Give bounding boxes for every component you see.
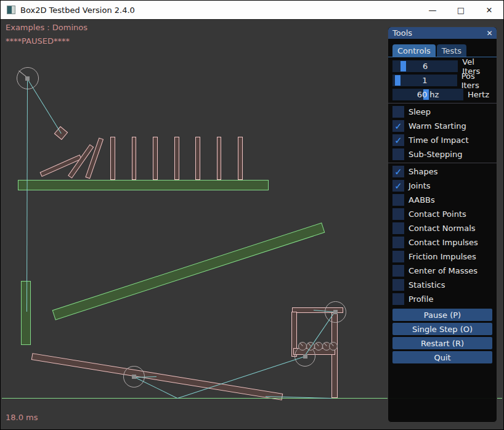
vertical-bar[interactable]	[21, 281, 31, 345]
checkbox-contact-points[interactable]: Contact Points	[392, 208, 492, 220]
checkbox-box[interactable]	[392, 208, 404, 220]
checkbox-label: Shapes	[408, 167, 437, 176]
checkbox-warm-starting[interactable]: ✓Warm Starting	[392, 120, 492, 132]
frame-right-post[interactable]	[331, 312, 338, 398]
checkbox-label: Contact Normals	[408, 224, 476, 233]
domino-standing[interactable]	[174, 137, 179, 180]
slider-label: Hertz	[468, 90, 489, 99]
frame-time-label: 18.0 ms	[6, 413, 38, 422]
slider-value: 60 hz	[392, 89, 463, 100]
domino-standing[interactable]	[238, 137, 243, 180]
checkbox-label: AABBs	[408, 195, 435, 205]
checkbox-contact-impulses[interactable]: Contact Impulses	[392, 237, 492, 248]
restart-r-button[interactable]: Restart (R)	[392, 337, 492, 349]
minimize-button[interactable]: —	[418, 1, 447, 19]
checkbox-label: Friction Impulses	[408, 252, 476, 261]
tab-tests[interactable]: Tests	[437, 44, 466, 57]
checkbox-statistics[interactable]: Statistics	[392, 279, 492, 291]
checkbox-box[interactable]: ✓	[392, 120, 404, 132]
checkbox-center-of-masses[interactable]: Center of Masses	[392, 265, 492, 277]
checkbox-profile[interactable]: Profile	[392, 293, 492, 305]
pause-p-button[interactable]: Pause (P)	[392, 309, 492, 321]
dominos-platform[interactable]	[18, 180, 269, 190]
checkbox-box[interactable]	[392, 194, 404, 206]
checkbox-box[interactable]: ✓	[392, 134, 404, 146]
slider-hertz[interactable]: 60 hzHertz	[392, 89, 492, 100]
checkbox-label: Sub-Stepping	[408, 150, 462, 159]
slider-pos-iters[interactable]: 1Pos Iters	[392, 75, 492, 86]
domino-standing[interactable]	[217, 137, 222, 180]
checkbox-box[interactable]	[392, 265, 404, 277]
checkbox-sub-stepping[interactable]: Sub-Stepping	[392, 148, 492, 160]
checkbox-sleep[interactable]: Sleep	[392, 106, 492, 118]
check-icon: ✓	[392, 134, 404, 146]
single-step-o-button[interactable]: Single Step (O)	[392, 323, 492, 335]
tools-close-icon[interactable]: ✕	[485, 28, 494, 38]
checkbox-box[interactable]	[392, 148, 404, 160]
slider-value: 6	[392, 60, 458, 72]
slider-track[interactable]: 60 hz	[392, 89, 463, 100]
checkbox-joints[interactable]: ✓Joints	[392, 180, 492, 192]
checkbox-label: Warm Starting	[408, 121, 466, 131]
checkbox-box[interactable]	[392, 279, 404, 291]
checkbox-contact-normals[interactable]: Contact Normals	[392, 222, 492, 234]
paused-label: ****PAUSED****	[6, 36, 70, 46]
checkbox-group-sim: Sleep✓Warm Starting✓Time of ImpactSub-St…	[392, 106, 492, 160]
checkbox-label: Center of Masses	[408, 266, 478, 275]
close-button[interactable]: ✕	[475, 1, 503, 19]
checkbox-box[interactable]	[392, 251, 404, 262]
checkbox-label: Profile	[408, 294, 433, 304]
tab-controls[interactable]: Controls	[392, 44, 436, 57]
checkbox-time-of-impact[interactable]: ✓Time of Impact	[392, 134, 492, 146]
slider-vel-iters[interactable]: 6Vel Iters	[392, 60, 492, 72]
slider-value: 1	[392, 75, 457, 86]
tools-panel-title: Tools	[392, 28, 412, 38]
domino-standing[interactable]	[132, 137, 137, 180]
joint-anchor	[333, 310, 338, 314]
checkbox-box[interactable]: ✓	[392, 180, 404, 192]
slider-track[interactable]: 6	[392, 60, 458, 72]
joint-anchor	[132, 375, 136, 379]
check-icon: ✓	[392, 166, 404, 177]
checkbox-aabbs[interactable]: AABBs	[392, 194, 492, 206]
button-block: Pause (P)Single Step (O)Restart (R)Quit	[392, 309, 492, 363]
slider-block: 6Vel Iters1Pos Iters60 hzHertz	[392, 60, 492, 100]
joint-anchor	[303, 354, 307, 359]
joint-line	[26, 79, 28, 312]
checkbox-label: Statistics	[408, 280, 445, 290]
checkbox-shapes[interactable]: ✓Shapes	[392, 166, 492, 177]
checkbox-box[interactable]	[392, 222, 404, 234]
domino-standing[interactable]	[195, 137, 200, 180]
window-title: Box2D Testbed Version 2.4.0	[20, 6, 135, 15]
checkbox-box[interactable]	[392, 293, 404, 305]
separator	[388, 163, 497, 163]
checkbox-friction-impulses[interactable]: Friction Impulses	[392, 251, 492, 262]
panel-content: 6Vel Iters1Pos Iters60 hzHertz Sleep✓War…	[388, 57, 497, 363]
checkbox-label: Contact Impulses	[408, 238, 478, 247]
checkbox-label: Joints	[408, 181, 431, 190]
checkbox-box[interactable]: ✓	[392, 166, 404, 177]
joint-line	[27, 79, 61, 134]
maximize-button[interactable]: □	[447, 1, 475, 19]
angled-plank[interactable]	[52, 222, 325, 320]
quit-button[interactable]: Quit	[392, 351, 492, 363]
checkbox-label: Contact Points	[408, 209, 466, 219]
checkbox-group-draw: ✓Shapes✓JointsAABBsContact PointsContact…	[392, 166, 492, 305]
app-window: Box2D Testbed Version 2.4.0 — □ ✕ Exampl…	[0, 0, 504, 430]
example-label: Examples : Dominos	[6, 23, 87, 32]
checkbox-box[interactable]	[392, 237, 404, 248]
domino-standing[interactable]	[153, 137, 158, 180]
slider-label: Pos Iters	[461, 71, 492, 90]
domino-fallen[interactable]	[85, 138, 103, 179]
checkbox-box[interactable]	[392, 106, 404, 118]
tools-panel: Tools ✕ ControlsTests 6Vel Iters1Pos Ite…	[388, 26, 497, 423]
slider-track[interactable]: 1	[392, 75, 457, 86]
check-icon: ✓	[392, 120, 404, 132]
app-icon	[7, 6, 15, 14]
check-icon: ✓	[392, 180, 404, 192]
checkbox-label: Sleep	[408, 107, 431, 116]
domino-standing[interactable]	[110, 137, 115, 180]
tools-panel-titlebar[interactable]: Tools ✕	[388, 27, 497, 39]
joint-anchor	[25, 76, 30, 81]
title-bar: Box2D Testbed Version 2.4.0 — □ ✕	[1, 1, 503, 20]
